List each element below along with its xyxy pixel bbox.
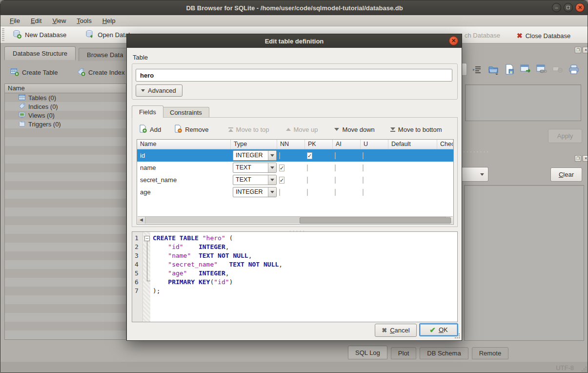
resize-grip[interactable] <box>581 366 588 373</box>
tab-db-schema[interactable]: DB Schema <box>420 347 468 359</box>
menu-edit[interactable]: Edit <box>26 16 46 25</box>
pk-checkbox[interactable] <box>307 189 308 196</box>
fold-collapse-icon[interactable]: – <box>144 236 150 241</box>
field-name-cell[interactable]: id <box>137 152 231 159</box>
u-checkbox[interactable] <box>363 152 364 159</box>
tree-item-triggers[interactable]: Triggers (0) <box>5 120 126 128</box>
tab-constraints[interactable]: Constraints <box>162 107 209 118</box>
dialog-splitter-handle[interactable]: ..... <box>283 228 312 230</box>
dialog-close-button[interactable]: ✕ <box>449 36 458 45</box>
create-index-label: Create Index <box>88 69 124 76</box>
mdi-close-icon[interactable]: ✕ <box>583 47 588 53</box>
nn-checkbox[interactable] <box>279 152 280 159</box>
tab-sql-log[interactable]: SQL Log <box>348 346 387 359</box>
tree-item-tables[interactable]: Tables (0) <box>5 93 126 102</box>
tab-fields[interactable]: Fields <box>132 105 163 118</box>
apply-button: Apply <box>548 129 582 143</box>
close-button[interactable]: ✕ <box>575 3 585 12</box>
import-icon[interactable] <box>487 63 499 75</box>
splitter-handle[interactable]: ........ <box>463 148 517 151</box>
cancel-button[interactable]: ✖ Cancel <box>375 324 417 337</box>
u-checkbox[interactable] <box>363 177 364 184</box>
add-field-button[interactable]: Add <box>136 123 164 136</box>
ok-button[interactable]: ✔ OK <box>419 323 458 336</box>
nn-checkbox[interactable]: ✓ <box>279 165 284 171</box>
tree-item-views[interactable]: Views (0) <box>5 111 126 120</box>
pk-checkbox[interactable]: ✓ <box>307 152 312 159</box>
ai-checkbox[interactable] <box>335 165 336 171</box>
scrollbar-thumb[interactable] <box>300 217 451 224</box>
toolbar-drag-handle[interactable] <box>2 28 4 41</box>
mdi-restore-icon[interactable]: ❐ <box>575 47 581 53</box>
new-database-button[interactable]: New Database <box>7 27 71 42</box>
dock-float-icon[interactable]: ❐ <box>575 155 581 162</box>
nn-checkbox[interactable] <box>279 189 280 196</box>
ai-checkbox[interactable] <box>335 152 336 159</box>
nn-checkbox[interactable]: ✓ <box>279 177 284 184</box>
minimize-button[interactable]: – <box>552 3 561 12</box>
export-icon[interactable] <box>504 63 515 75</box>
dialog-resize-grip[interactable] <box>454 332 461 339</box>
table-name-input[interactable] <box>136 69 452 82</box>
sql-preview-editor[interactable]: 1234567 – CREATE TABLE "hero" ( "id" INT… <box>132 231 458 322</box>
pk-checkbox[interactable] <box>307 177 308 184</box>
tree-item-label: Indices (0) <box>28 103 58 110</box>
field-row-age[interactable]: age INTEGER <box>137 186 453 198</box>
fields-horizontal-scrollbar[interactable]: ◀ ▶ <box>138 216 453 224</box>
fields-table-header[interactable]: NameType NNPK AIU DefaultCheck <box>137 140 453 149</box>
field-row-name[interactable]: name TEXT ✓ <box>137 162 453 174</box>
type-combo[interactable]: INTEGER <box>233 150 277 161</box>
menu-help[interactable]: Help <box>98 16 120 25</box>
print-icon[interactable] <box>568 63 580 75</box>
move-down-icon <box>334 128 339 131</box>
open-in-window-icon[interactable] <box>520 63 531 75</box>
ai-checkbox[interactable] <box>335 189 336 196</box>
scroll-left-icon[interactable]: ◀ <box>138 217 145 224</box>
tab-db-schema-label: DB Schema <box>427 350 461 357</box>
field-name-cell[interactable]: secret_name <box>137 176 231 184</box>
field-name-cell[interactable]: name <box>137 164 231 171</box>
create-table-button[interactable]: Create Table <box>6 66 61 79</box>
new-database-label: New Database <box>25 31 66 39</box>
menubar: File Edit View Tools Help <box>0 15 588 26</box>
tab-remote[interactable]: Remote <box>472 347 509 359</box>
link-icon[interactable] <box>536 63 547 75</box>
remove-field-button[interactable]: Remove <box>171 123 211 136</box>
field-row-id[interactable]: id INTEGER ✓ <box>137 149 453 162</box>
type-combo[interactable]: TEXT <box>233 175 277 185</box>
advanced-button[interactable]: Advanced <box>136 84 182 97</box>
tree-header-name[interactable]: Name <box>5 84 126 93</box>
dock-close-icon[interactable]: ✕ <box>583 155 588 162</box>
window-titlebar[interactable]: DB Browser for SQLite - /home/user/code/… <box>0 0 588 15</box>
pk-checkbox[interactable] <box>307 165 308 171</box>
menu-file[interactable]: File <box>5 16 24 25</box>
close-database-button[interactable]: ✖ Close Database <box>512 30 575 41</box>
sql-code: CREATE TABLE "hero" ( "id" INTEGER, "nam… <box>153 234 283 296</box>
dialog-titlebar[interactable]: Edit table definition ✕ <box>127 34 462 48</box>
maximize-button[interactable] <box>564 3 573 12</box>
field-name-cell[interactable]: age <box>137 188 231 196</box>
text-format-icon[interactable] <box>471 63 483 75</box>
move-to-bottom-button[interactable]: Move to bottom <box>387 124 445 135</box>
tab-plot[interactable]: Plot <box>391 347 416 359</box>
u-checkbox[interactable] <box>363 189 364 196</box>
tab-browse-data[interactable]: Browse Data <box>79 48 131 61</box>
app-window: DB Browser for SQLite - /home/user/code/… <box>0 0 588 373</box>
tree-item-label: Triggers (0) <box>28 121 61 128</box>
move-up-button: Move up <box>283 124 321 135</box>
u-checkbox[interactable] <box>363 165 364 171</box>
tab-database-structure[interactable]: Database Structure <box>4 46 76 60</box>
move-to-top-icon <box>228 127 233 132</box>
menu-tools[interactable]: Tools <box>72 16 96 25</box>
type-combo[interactable]: INTEGER <box>233 187 277 197</box>
ai-checkbox[interactable] <box>335 177 336 184</box>
remove-icon <box>174 124 182 134</box>
type-combo[interactable]: TEXT <box>233 163 277 173</box>
tree-item-indices[interactable]: Indices (0) <box>5 102 126 111</box>
clear-button[interactable]: Clear <box>550 167 582 182</box>
create-index-button[interactable]: Create Index <box>73 66 128 79</box>
move-down-button[interactable]: Move down <box>331 124 377 135</box>
field-row-secret-name[interactable]: secret_name TEXT ✓ <box>137 174 453 186</box>
menu-view[interactable]: View <box>48 16 70 25</box>
tab-plot-label: Plot <box>398 350 409 357</box>
